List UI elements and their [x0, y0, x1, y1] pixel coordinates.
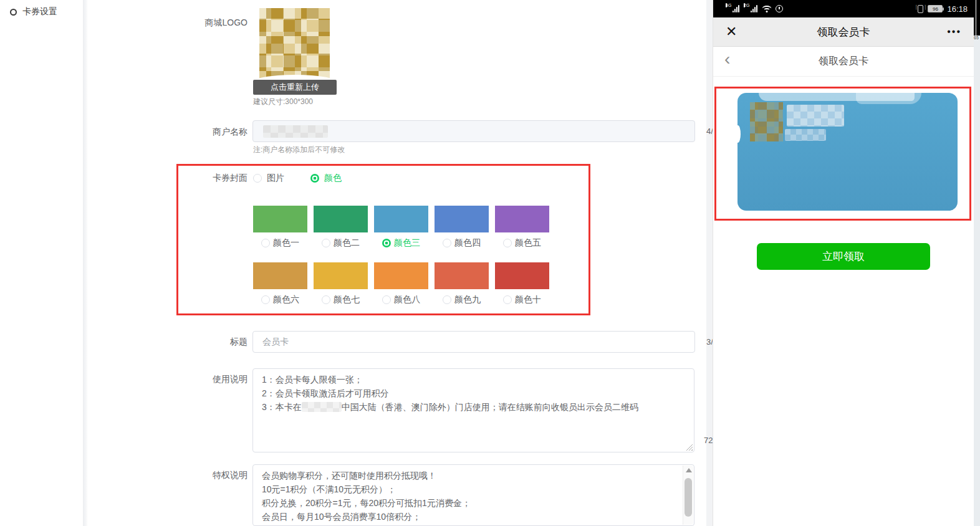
- color-option-label: 颜色三: [394, 237, 420, 249]
- color-swatch-颜色一[interactable]: [253, 206, 307, 232]
- color-swatch-颜色三[interactable]: [374, 206, 428, 232]
- signal-icon-4g: 4G: [726, 5, 739, 12]
- color-label-row-1: 颜色一颜色二颜色三颜色四颜色五: [253, 237, 549, 249]
- radio-icon-color[interactable]: [310, 174, 319, 183]
- color-option-label: 颜色四: [454, 237, 481, 249]
- radio-icon[interactable]: [382, 239, 391, 247]
- color-option-颜色十[interactable]: 颜色十: [495, 294, 549, 305]
- color-option-label: 颜色五: [515, 237, 541, 249]
- color-swatch-颜色十[interactable]: [495, 262, 549, 289]
- edge-dark-strip: [974, 0, 980, 36]
- color-swatch-颜色八[interactable]: [374, 262, 428, 289]
- merchant-name-input[interactable]: [252, 120, 695, 142]
- resize-grip-icon[interactable]: [686, 444, 693, 451]
- radio-icon[interactable]: [322, 295, 330, 304]
- privilege-label: 特权说明: [173, 470, 247, 481]
- scroll-thumb[interactable]: [685, 478, 692, 517]
- title-label: 标题: [173, 337, 247, 348]
- radio-icon[interactable]: [322, 239, 330, 247]
- logo-size-hint: 建议尺寸:300*300: [253, 97, 313, 107]
- radio-circle-icon: [10, 9, 17, 16]
- color-swatch-颜色二[interactable]: [314, 206, 368, 232]
- membership-card-preview: [737, 93, 958, 211]
- phone-status-bar: 4G 2G 96 16:18: [713, 0, 974, 17]
- color-swatch-row-1: [253, 206, 549, 232]
- color-option-颜色七[interactable]: 颜色七: [314, 294, 368, 305]
- privilege-line: 生日礼，会员生日月首单消费享20倍积分；: [262, 524, 675, 526]
- color-swatch-颜色六[interactable]: [253, 262, 307, 289]
- network-type-label: 2G: [744, 3, 745, 7]
- radio-icon[interactable]: [443, 295, 451, 304]
- color-option-label: 颜色八: [394, 294, 420, 305]
- color-option-颜色八[interactable]: 颜色八: [374, 294, 428, 305]
- privilege-line: 10元=1积分（不满10元无积分）；: [262, 482, 675, 496]
- color-option-颜色九[interactable]: 颜色九: [435, 294, 489, 305]
- title-input[interactable]: [252, 331, 695, 353]
- color-option-颜色二[interactable]: 颜色二: [314, 237, 368, 249]
- scroll-up-icon[interactable]: [686, 468, 692, 472]
- sidebar-item-card-settings[interactable]: 卡券设置: [10, 6, 57, 17]
- radio-icon-image[interactable]: [253, 174, 262, 183]
- cover-option-image[interactable]: 图片: [267, 173, 284, 184]
- page-sub-header: ‹ 领取会员卡: [713, 47, 974, 77]
- radio-icon[interactable]: [382, 295, 391, 304]
- color-option-颜色一[interactable]: 颜色一: [253, 237, 307, 249]
- vibrate-icon: [918, 5, 923, 13]
- battery-icon: 96: [928, 5, 943, 12]
- page-scrollbar[interactable]: [706, 0, 713, 526]
- privilege-line: 会员日，每月10号会员消费享10倍积分；: [262, 510, 675, 524]
- card-gloss: [856, 93, 921, 104]
- usage-line: 1：会员卡每人限领一张；: [262, 373, 685, 386]
- cover-option-color[interactable]: 颜色: [324, 173, 342, 184]
- privilege-textarea[interactable]: 会员购物享积分，还可随时使用积分抵现哦！10元=1积分（不满10元无积分）；积分…: [252, 464, 694, 526]
- usage-textarea[interactable]: 1：会员卡每人限领一张；2：会员卡领取激活后才可用积分3：本卡在中国大陆（香港、…: [252, 368, 694, 452]
- logo-uploader[interactable]: 点击重新上传: [253, 6, 337, 95]
- cover-type-options: 图片 颜色: [253, 173, 342, 184]
- nav-title: 领取会员卡: [713, 25, 974, 39]
- redacted-text-blur: [302, 402, 342, 412]
- signal-icon-2g: 2G: [744, 5, 757, 12]
- merchant-name-value-blurred: [263, 125, 328, 138]
- color-option-颜色五[interactable]: 颜色五: [495, 237, 549, 249]
- color-option-label: 颜色九: [454, 294, 481, 305]
- color-swatch-颜色九[interactable]: [435, 262, 489, 289]
- card-title-blurred: [785, 129, 826, 141]
- sidebar-divider: [83, 0, 88, 526]
- radio-icon[interactable]: [261, 239, 270, 247]
- radio-icon[interactable]: [261, 295, 270, 304]
- usage-label: 使用说明: [173, 374, 247, 385]
- radio-icon[interactable]: [503, 239, 512, 247]
- wechat-nav-bar: 领取会员卡 ✕ •••: [713, 17, 974, 47]
- mobile-preview-panel: 4G 2G 96 16:18 领取会员卡 ✕ ••• ‹: [713, 0, 974, 526]
- radio-icon[interactable]: [443, 239, 451, 247]
- alarm-clock-icon: [776, 5, 783, 12]
- cover-label: 卡券封面: [173, 173, 247, 184]
- claim-now-button[interactable]: 立即领取: [757, 243, 930, 270]
- logo-label: 商城LOGO: [173, 17, 247, 29]
- usage-line: 2：会员卡领取激活后才可用积分: [262, 386, 685, 400]
- color-option-颜色四[interactable]: 颜色四: [435, 237, 489, 249]
- network-type-label: 4G: [726, 3, 727, 7]
- wifi-icon: [762, 6, 771, 12]
- privilege-line: 会员购物享积分，还可随时使用积分抵现哦！: [262, 469, 675, 482]
- sidebar-item-label: 卡券设置: [22, 6, 57, 17]
- page-title: 领取会员卡: [713, 55, 974, 68]
- color-option-label: 颜色六: [273, 294, 299, 305]
- color-swatch-颜色四[interactable]: [435, 206, 489, 232]
- status-left-icons: 4G 2G: [726, 5, 783, 12]
- card-merchant-name-blurred: [787, 105, 844, 127]
- radio-icon[interactable]: [503, 295, 512, 304]
- reupload-button[interactable]: 点击重新上传: [253, 80, 337, 95]
- textarea-scrollbar[interactable]: [683, 466, 693, 525]
- color-option-label: 颜色二: [334, 237, 360, 249]
- merchant-name-label: 商户名称: [173, 127, 247, 138]
- color-swatch-颜色五[interactable]: [495, 206, 549, 232]
- more-icon[interactable]: •••: [947, 26, 961, 37]
- logo-image-blurred: [259, 8, 330, 84]
- card-logo-blurred: [750, 102, 783, 141]
- color-option-颜色三[interactable]: 颜色三: [374, 237, 428, 249]
- merchant-name-note: 注:商户名称添加后不可修改: [253, 145, 345, 155]
- card-notch: [735, 125, 741, 143]
- color-swatch-颜色七[interactable]: [314, 262, 368, 289]
- color-option-颜色六[interactable]: 颜色六: [253, 294, 307, 305]
